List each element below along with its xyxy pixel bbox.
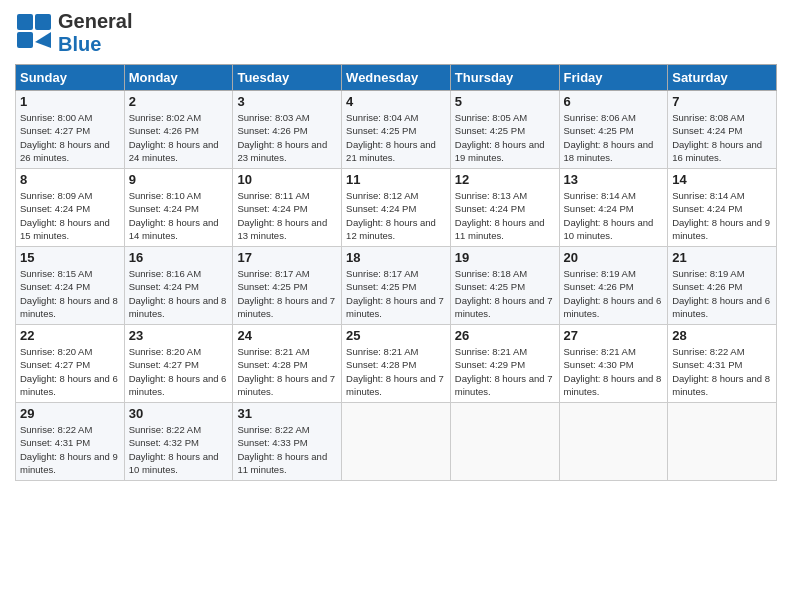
week-row-2: 8 Sunrise: 8:09 AMSunset: 4:24 PMDayligh… (16, 169, 777, 247)
calendar-cell: 2 Sunrise: 8:02 AMSunset: 4:26 PMDayligh… (124, 91, 233, 169)
day-info: Sunrise: 8:16 AMSunset: 4:24 PMDaylight:… (129, 268, 227, 319)
logo: General Blue (15, 10, 132, 56)
calendar-cell (668, 403, 777, 481)
calendar-cell: 11 Sunrise: 8:12 AMSunset: 4:24 PMDaylig… (342, 169, 451, 247)
day-info: Sunrise: 8:05 AMSunset: 4:25 PMDaylight:… (455, 112, 545, 163)
calendar-cell: 24 Sunrise: 8:21 AMSunset: 4:28 PMDaylig… (233, 325, 342, 403)
day-info: Sunrise: 8:22 AMSunset: 4:31 PMDaylight:… (672, 346, 770, 397)
day-number: 22 (20, 328, 120, 343)
weekday-header-monday: Monday (124, 65, 233, 91)
day-number: 14 (672, 172, 772, 187)
day-info: Sunrise: 8:04 AMSunset: 4:25 PMDaylight:… (346, 112, 436, 163)
calendar-cell: 7 Sunrise: 8:08 AMSunset: 4:24 PMDayligh… (668, 91, 777, 169)
calendar-cell: 29 Sunrise: 8:22 AMSunset: 4:31 PMDaylig… (16, 403, 125, 481)
header: General Blue (15, 10, 777, 56)
calendar-cell: 8 Sunrise: 8:09 AMSunset: 4:24 PMDayligh… (16, 169, 125, 247)
day-info: Sunrise: 8:21 AMSunset: 4:30 PMDaylight:… (564, 346, 662, 397)
calendar-cell: 1 Sunrise: 8:00 AMSunset: 4:27 PMDayligh… (16, 91, 125, 169)
logo-text: General Blue (58, 10, 132, 56)
calendar-cell: 13 Sunrise: 8:14 AMSunset: 4:24 PMDaylig… (559, 169, 668, 247)
day-number: 21 (672, 250, 772, 265)
calendar-cell: 10 Sunrise: 8:11 AMSunset: 4:24 PMDaylig… (233, 169, 342, 247)
weekday-header-saturday: Saturday (668, 65, 777, 91)
svg-marker-3 (35, 32, 51, 48)
day-number: 5 (455, 94, 555, 109)
calendar-cell: 22 Sunrise: 8:20 AMSunset: 4:27 PMDaylig… (16, 325, 125, 403)
day-number: 4 (346, 94, 446, 109)
calendar-cell: 4 Sunrise: 8:04 AMSunset: 4:25 PMDayligh… (342, 91, 451, 169)
day-info: Sunrise: 8:19 AMSunset: 4:26 PMDaylight:… (564, 268, 662, 319)
week-row-1: 1 Sunrise: 8:00 AMSunset: 4:27 PMDayligh… (16, 91, 777, 169)
calendar-cell: 27 Sunrise: 8:21 AMSunset: 4:30 PMDaylig… (559, 325, 668, 403)
calendar-cell: 26 Sunrise: 8:21 AMSunset: 4:29 PMDaylig… (450, 325, 559, 403)
day-info: Sunrise: 8:13 AMSunset: 4:24 PMDaylight:… (455, 190, 545, 241)
day-info: Sunrise: 8:14 AMSunset: 4:24 PMDaylight:… (564, 190, 654, 241)
calendar-cell: 17 Sunrise: 8:17 AMSunset: 4:25 PMDaylig… (233, 247, 342, 325)
day-number: 24 (237, 328, 337, 343)
day-number: 9 (129, 172, 229, 187)
calendar-cell: 16 Sunrise: 8:16 AMSunset: 4:24 PMDaylig… (124, 247, 233, 325)
svg-rect-2 (17, 32, 33, 48)
day-number: 30 (129, 406, 229, 421)
day-number: 27 (564, 328, 664, 343)
weekday-header-friday: Friday (559, 65, 668, 91)
day-info: Sunrise: 8:17 AMSunset: 4:25 PMDaylight:… (346, 268, 444, 319)
calendar-cell (450, 403, 559, 481)
calendar-body: 1 Sunrise: 8:00 AMSunset: 4:27 PMDayligh… (16, 91, 777, 481)
day-number: 26 (455, 328, 555, 343)
day-info: Sunrise: 8:00 AMSunset: 4:27 PMDaylight:… (20, 112, 110, 163)
calendar-cell: 25 Sunrise: 8:21 AMSunset: 4:28 PMDaylig… (342, 325, 451, 403)
day-number: 1 (20, 94, 120, 109)
day-number: 29 (20, 406, 120, 421)
day-info: Sunrise: 8:18 AMSunset: 4:25 PMDaylight:… (455, 268, 553, 319)
calendar-cell (559, 403, 668, 481)
weekday-header-sunday: Sunday (16, 65, 125, 91)
weekday-header-row: SundayMondayTuesdayWednesdayThursdayFrid… (16, 65, 777, 91)
svg-rect-1 (35, 14, 51, 30)
day-info: Sunrise: 8:20 AMSunset: 4:27 PMDaylight:… (20, 346, 118, 397)
day-number: 17 (237, 250, 337, 265)
calendar-cell: 19 Sunrise: 8:18 AMSunset: 4:25 PMDaylig… (450, 247, 559, 325)
calendar-cell: 31 Sunrise: 8:22 AMSunset: 4:33 PMDaylig… (233, 403, 342, 481)
day-info: Sunrise: 8:14 AMSunset: 4:24 PMDaylight:… (672, 190, 770, 241)
day-number: 12 (455, 172, 555, 187)
calendar-cell: 23 Sunrise: 8:20 AMSunset: 4:27 PMDaylig… (124, 325, 233, 403)
calendar-cell: 21 Sunrise: 8:19 AMSunset: 4:26 PMDaylig… (668, 247, 777, 325)
day-number: 3 (237, 94, 337, 109)
svg-rect-0 (17, 14, 33, 30)
day-number: 8 (20, 172, 120, 187)
calendar-table: SundayMondayTuesdayWednesdayThursdayFrid… (15, 64, 777, 481)
day-info: Sunrise: 8:10 AMSunset: 4:24 PMDaylight:… (129, 190, 219, 241)
calendar-cell: 20 Sunrise: 8:19 AMSunset: 4:26 PMDaylig… (559, 247, 668, 325)
calendar-cell (342, 403, 451, 481)
logo-icon (15, 12, 53, 54)
day-info: Sunrise: 8:20 AMSunset: 4:27 PMDaylight:… (129, 346, 227, 397)
day-number: 20 (564, 250, 664, 265)
calendar-cell: 6 Sunrise: 8:06 AMSunset: 4:25 PMDayligh… (559, 91, 668, 169)
day-info: Sunrise: 8:22 AMSunset: 4:32 PMDaylight:… (129, 424, 219, 475)
day-number: 28 (672, 328, 772, 343)
day-info: Sunrise: 8:15 AMSunset: 4:24 PMDaylight:… (20, 268, 118, 319)
day-number: 11 (346, 172, 446, 187)
calendar-cell: 28 Sunrise: 8:22 AMSunset: 4:31 PMDaylig… (668, 325, 777, 403)
day-info: Sunrise: 8:22 AMSunset: 4:33 PMDaylight:… (237, 424, 327, 475)
main-container: General Blue SundayMondayTuesdayWednesda… (0, 0, 792, 491)
day-info: Sunrise: 8:02 AMSunset: 4:26 PMDaylight:… (129, 112, 219, 163)
calendar-cell: 14 Sunrise: 8:14 AMSunset: 4:24 PMDaylig… (668, 169, 777, 247)
day-number: 19 (455, 250, 555, 265)
weekday-header-thursday: Thursday (450, 65, 559, 91)
day-info: Sunrise: 8:21 AMSunset: 4:28 PMDaylight:… (346, 346, 444, 397)
calendar-cell: 18 Sunrise: 8:17 AMSunset: 4:25 PMDaylig… (342, 247, 451, 325)
day-number: 6 (564, 94, 664, 109)
day-number: 2 (129, 94, 229, 109)
day-number: 23 (129, 328, 229, 343)
day-number: 10 (237, 172, 337, 187)
day-info: Sunrise: 8:21 AMSunset: 4:29 PMDaylight:… (455, 346, 553, 397)
day-number: 15 (20, 250, 120, 265)
day-number: 7 (672, 94, 772, 109)
day-info: Sunrise: 8:06 AMSunset: 4:25 PMDaylight:… (564, 112, 654, 163)
day-number: 25 (346, 328, 446, 343)
day-info: Sunrise: 8:08 AMSunset: 4:24 PMDaylight:… (672, 112, 762, 163)
day-info: Sunrise: 8:11 AMSunset: 4:24 PMDaylight:… (237, 190, 327, 241)
day-info: Sunrise: 8:09 AMSunset: 4:24 PMDaylight:… (20, 190, 110, 241)
